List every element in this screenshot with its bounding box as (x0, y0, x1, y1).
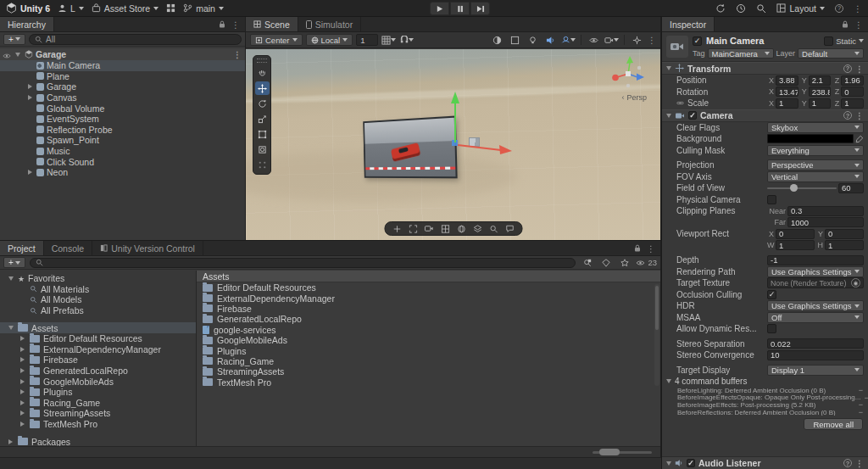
content-item[interactable]: Editor Default Resources (197, 282, 660, 293)
overlay-globe-icon[interactable] (454, 223, 468, 234)
tree-folder-generatedlocalrepo[interactable]: GeneratedLocalRepo (0, 366, 196, 377)
scale-z-field[interactable]: 1 (841, 98, 864, 109)
grid-snap-toggle[interactable] (381, 34, 396, 47)
project-search-input[interactable] (30, 258, 576, 268)
content-item[interactable]: Plugins (197, 345, 660, 355)
hierarchy-item-canvas[interactable]: Canvas (0, 92, 245, 103)
tree-folder-editor-default-resources[interactable]: Editor Default Resources (0, 333, 196, 344)
foldout-icon[interactable] (7, 439, 14, 444)
near-field[interactable]: 0.3 (787, 206, 864, 216)
z-axis-cone[interactable] (637, 74, 644, 81)
foldout-icon[interactable] (19, 368, 26, 373)
gameobject-enabled-checkbox[interactable] (693, 36, 702, 46)
snap-increment-toggle[interactable] (399, 34, 414, 47)
hierarchy-item-garage[interactable]: Garage (0, 81, 245, 92)
tab-console[interactable]: Console (44, 241, 93, 255)
tab-unity-version-control[interactable]: Unity Version Control (92, 241, 203, 255)
asset-store-menu[interactable]: Asset Store (92, 3, 159, 14)
occlusion-culling-checkbox[interactable] (767, 290, 776, 299)
services-button[interactable] (166, 3, 175, 13)
step-button[interactable] (470, 2, 490, 15)
scale-x-field[interactable]: 1 (776, 98, 798, 109)
hierarchy-item-plane[interactable]: Plane (0, 71, 245, 82)
gameobject-name[interactable]: Main Camera (706, 36, 820, 46)
far-field[interactable]: 1000 (787, 217, 864, 227)
search-by-label-icon[interactable] (598, 256, 613, 269)
remove-all-button[interactable]: Remove all (804, 418, 863, 430)
pause-button[interactable] (450, 2, 470, 15)
account-menu[interactable]: L (58, 3, 84, 14)
hierarchy-item-spawn-point[interactable]: Spawn_Point (0, 135, 245, 146)
hierarchy-item-global-volume[interactable]: Global Volume (0, 103, 245, 114)
overlay-camera-icon[interactable] (422, 223, 436, 234)
foldout-icon[interactable] (666, 461, 671, 466)
hidden-items-count[interactable]: 23 (636, 258, 657, 267)
remove-buffer-icon[interactable]: − (855, 401, 863, 409)
clear-flags-dropdown[interactable]: Skybox (767, 122, 864, 133)
content-item[interactable]: Racing_Game (197, 356, 660, 366)
static-checkbox[interactable] (824, 36, 833, 46)
tree-folder-externaldependencymanager[interactable]: ExternalDependencyManager (0, 344, 196, 355)
foldout-icon[interactable] (666, 379, 671, 383)
position-y-field[interactable]: 2.1 (809, 75, 832, 86)
rotation-z-field[interactable]: 0 (841, 87, 864, 97)
stereo-separation-field[interactable]: 0.022 (767, 338, 864, 349)
overlay-drag-handle[interactable] (257, 59, 267, 63)
audio-listener-header[interactable]: Audio Listener (662, 456, 868, 469)
tree-folder-textmesh-pro[interactable]: TextMesh Pro (0, 419, 196, 430)
lighting-toggle[interactable] (526, 34, 540, 47)
content-item[interactable]: GeneratedLocalRepo (197, 314, 660, 324)
play-button[interactable] (430, 2, 449, 15)
component-menu-icon[interactable] (855, 110, 864, 120)
foldout-icon[interactable] (14, 53, 22, 57)
fov-value-field[interactable]: 60 (838, 183, 864, 193)
camera-section-header[interactable]: Camera (662, 109, 868, 122)
foldout-icon[interactable] (19, 400, 26, 405)
search-by-type-icon[interactable] (580, 256, 594, 269)
content-scrollbar[interactable] (654, 284, 659, 386)
camera-enabled-checkbox[interactable] (688, 111, 697, 120)
position-x-field[interactable]: 3.88 (776, 75, 798, 86)
foldout-icon[interactable] (25, 170, 34, 175)
position-z-field[interactable]: 1.96 (841, 75, 864, 86)
create-asset-button[interactable]: + (3, 257, 25, 268)
lock-icon[interactable] (634, 244, 641, 252)
background-color-swatch[interactable] (767, 134, 854, 143)
slider-thumb[interactable] (599, 449, 620, 455)
overlay-search-icon[interactable] (487, 223, 500, 234)
content-item[interactable]: google-services (197, 325, 660, 335)
foldout-icon[interactable] (19, 379, 26, 384)
foldout-icon[interactable] (666, 66, 671, 70)
gizmo-center-cube[interactable] (626, 71, 631, 76)
scene-menu-icon[interactable] (233, 49, 242, 59)
foldout-icon[interactable] (19, 347, 26, 352)
fov-axis-dropdown[interactable]: Vertical (767, 171, 864, 182)
draw-mode-toggle[interactable] (490, 34, 504, 47)
scene-visibility-icon[interactable] (3, 50, 11, 60)
help-icon[interactable] (835, 4, 843, 13)
gizmo-x-axis[interactable] (458, 145, 501, 150)
favorites-header[interactable]: Favorites (0, 273, 196, 284)
projection-mode-label[interactable]: Persp (621, 93, 647, 102)
panel-menu-icon[interactable] (231, 20, 240, 30)
content-path-header[interactable]: Assets (197, 271, 660, 282)
viewport-y-field[interactable]: 0 (825, 229, 864, 239)
grid-size-field[interactable]: 1 (356, 34, 378, 46)
panel-menu-icon[interactable] (854, 20, 863, 30)
hidden-objects-toggle[interactable] (587, 34, 601, 47)
transform-section-header[interactable]: Transform (662, 62, 868, 75)
icon-size-slider[interactable] (593, 451, 652, 454)
tree-folder-plugins[interactable]: Plugins (0, 387, 196, 398)
command-buffers-header[interactable]: 4 command buffers (662, 376, 868, 387)
overlay-layers-icon[interactable] (470, 223, 484, 234)
foldout-icon[interactable] (19, 422, 26, 427)
assets-root-folder[interactable]: Assets (0, 322, 196, 333)
remove-buffer-icon[interactable]: − (855, 387, 863, 394)
move-gizmo[interactable] (246, 49, 659, 240)
foldout-icon[interactable] (19, 410, 26, 416)
culling-mask-dropdown[interactable]: Everything (767, 145, 864, 156)
lock-icon[interactable] (842, 20, 849, 28)
rotate-tool-button[interactable] (255, 97, 270, 110)
layout-dropdown[interactable]: Layout (776, 3, 825, 14)
allow-dynamic-resolution-checkbox[interactable] (767, 324, 776, 333)
